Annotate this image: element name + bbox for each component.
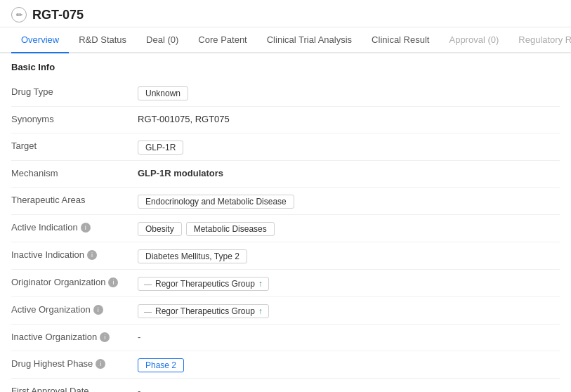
info-row-drug-type: Drug TypeUnknown (11, 79, 560, 107)
tab-approval: Approval (0) (439, 27, 508, 53)
tag[interactable]: Diabetes Mellitus, Type 2 (138, 249, 247, 263)
phase-tag[interactable]: Phase 2 (138, 358, 184, 372)
field-value: Endocrinology and Metabolic Disease (138, 193, 560, 209)
field-value: Diabetes Mellitus, Type 2 (138, 248, 560, 263)
tab-clinical-result[interactable]: Clinical Result (362, 27, 439, 53)
tab-overview[interactable]: Overview (11, 27, 69, 53)
tab-rd-status[interactable]: R&D Status (69, 27, 136, 53)
section-title: Basic Info (11, 62, 560, 72)
field-value: GLP-1R (138, 139, 560, 155)
field-label: Originator Organizationi (11, 275, 138, 287)
field-value: —Regor Therapeutics Group↑ (138, 275, 560, 291)
info-row-target: TargetGLP-1R (11, 133, 560, 161)
dash-value: - (138, 386, 140, 392)
field-value: GLP-1R modulators (138, 166, 560, 178)
info-row-first-approval-date: First Approval Date- (11, 379, 560, 392)
field-label: Therapeutic Areas (11, 193, 138, 205)
mechanism-text: GLP-1R modulators (138, 168, 223, 178)
info-icon[interactable]: i (100, 332, 110, 342)
org-dash-icon: — (144, 307, 152, 315)
tab-deal[interactable]: Deal (0) (136, 27, 188, 53)
info-icon[interactable]: i (96, 359, 105, 369)
field-value: ObesityMetabolic Diseases (138, 221, 560, 236)
tag[interactable]: GLP-1R (138, 141, 183, 155)
field-label: Drug Type (11, 85, 138, 97)
org-tag[interactable]: —Regor Therapeutics Group↑ (138, 277, 269, 291)
info-row-drug-highest-phase: Drug Highest PhaseiPhase 2 (11, 351, 560, 379)
info-icon[interactable]: i (87, 250, 97, 260)
org-name: Regor Therapeutics Group (155, 306, 255, 316)
field-value: - (138, 330, 560, 342)
org-tag[interactable]: —Regor Therapeutics Group↑ (138, 304, 269, 318)
tab-regulatory-review: Regulatory Review (0) (508, 27, 571, 53)
field-label: Target (11, 139, 138, 151)
info-row-originator-organization: Originator Organizationi—Regor Therapeut… (11, 270, 560, 297)
org-name: Regor Therapeutics Group (155, 279, 255, 289)
field-label: First Approval Date (11, 384, 138, 392)
field-label: Active Indicationi (11, 221, 138, 233)
content-area: Basic Info Drug TypeUnknownSynonymsRGT-0… (0, 53, 571, 392)
info-icon[interactable]: i (81, 223, 91, 233)
tag[interactable]: Unknown (138, 86, 188, 100)
info-row-mechanism: MechanismGLP-1R modulators (11, 161, 560, 188)
field-label: Active Organizationi (11, 303, 138, 315)
field-value: RGT-001075, RGT075 (138, 112, 560, 124)
info-icon[interactable]: i (93, 305, 103, 315)
drug-title: RGT-075 (32, 8, 84, 22)
page-header: ✏ RGT-075 (0, 0, 571, 27)
field-label: Mechanism (11, 166, 138, 178)
info-row-therapeutic-areas: Therapeutic AreasEndocrinology and Metab… (11, 188, 560, 215)
field-value: Unknown (138, 85, 560, 100)
field-value: Phase 2 (138, 357, 560, 372)
tab-core-patent[interactable]: Core Patent (188, 27, 256, 53)
tag[interactable]: Endocrinology and Metabolic Disease (138, 195, 294, 209)
tag[interactable]: Metabolic Diseases (186, 222, 275, 236)
synonyms-text: RGT-001075, RGT075 (138, 114, 230, 124)
org-arrow-icon: ↑ (258, 279, 263, 289)
field-value: —Regor Therapeutics Group↑ (138, 303, 560, 318)
org-arrow-icon: ↑ (258, 306, 263, 316)
field-label: Inactive Organizationi (11, 330, 138, 342)
dash-value: - (138, 332, 140, 342)
field-value: - (138, 384, 560, 392)
field-label: Drug Highest Phasei (11, 357, 138, 369)
info-row-active-organization: Active Organizationi—Regor Therapeutics … (11, 297, 560, 325)
info-row-inactive-indication: Inactive IndicationiDiabetes Mellitus, T… (11, 242, 560, 270)
tab-clinical-trial[interactable]: Clinical Trial Analysis (257, 27, 362, 53)
info-row-synonyms: SynonymsRGT-001075, RGT075 (11, 107, 560, 133)
info-icon[interactable]: i (108, 277, 118, 287)
field-label: Synonyms (11, 112, 138, 124)
nav-tabs: OverviewR&D StatusDeal (0)Core PatentCli… (0, 27, 571, 53)
tag[interactable]: Obesity (138, 222, 182, 236)
pencil-icon: ✏ (16, 11, 22, 20)
org-dash-icon: — (144, 280, 152, 288)
info-row-inactive-organization: Inactive Organizationi- (11, 325, 560, 351)
field-label: Inactive Indicationi (11, 248, 138, 260)
info-row-active-indication: Active IndicationiObesityMetabolic Disea… (11, 215, 560, 242)
drug-icon: ✏ (11, 7, 27, 22)
